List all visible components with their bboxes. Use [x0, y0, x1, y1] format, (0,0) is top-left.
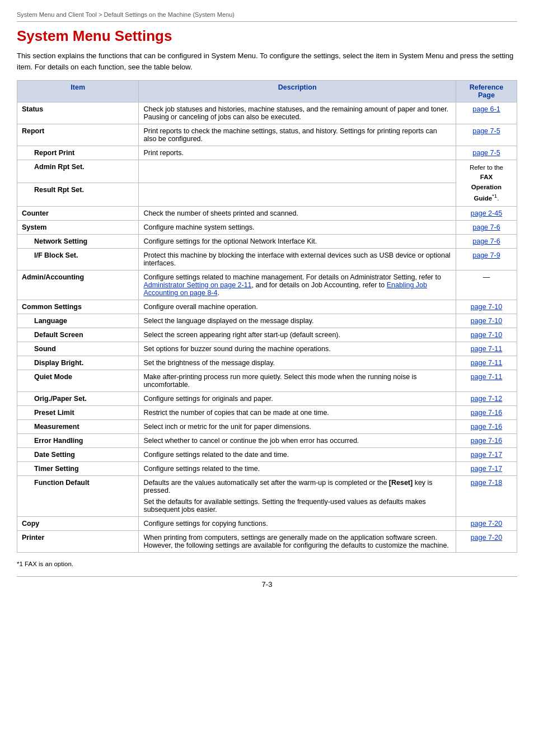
reference-cell: page 7-16: [456, 433, 517, 447]
item-cell: Report Print: [17, 146, 139, 160]
breadcrumb: System Menu and Client Tool > Default Se…: [17, 11, 517, 22]
item-cell: Network Setting: [17, 234, 139, 248]
table-row: MeasurementSelect inch or metric for the…: [17, 419, 517, 433]
item-cell: Sound: [17, 342, 139, 356]
description-cell: Select the language displayed on the mes…: [139, 314, 456, 328]
description-cell: Print reports to check the machine setti…: [139, 124, 456, 146]
table-row: Network SettingConfigure settings for th…: [17, 234, 517, 248]
item-cell: Measurement: [17, 419, 139, 433]
description-cell: Select inch or metric for the unit for p…: [139, 419, 456, 433]
description-cell: Set options for buzzer sound during the …: [139, 342, 456, 356]
reference-cell: page 7-6: [456, 234, 517, 248]
description-cell: Configure machine system settings.: [139, 220, 456, 234]
reference-cell: page 7-16: [456, 419, 517, 433]
header-reference: Reference Page: [456, 81, 517, 102]
item-cell: Function Default: [17, 475, 139, 516]
table-row: Display Bright.Set the brightness of the…: [17, 356, 517, 370]
description-cell: [139, 160, 456, 183]
intro-text: This section explains the functions that…: [17, 50, 517, 72]
reference-cell: page 7-5: [456, 146, 517, 160]
item-cell: Result Rpt Set.: [17, 183, 139, 206]
description-cell: Configure settings related to the time.: [139, 461, 456, 475]
reference-cell: page 7-10: [456, 314, 517, 328]
description-cell: Protect this machine by blocking the int…: [139, 248, 456, 270]
item-cell: Language: [17, 314, 139, 328]
description-cell: When printing from computers, settings a…: [139, 530, 456, 552]
table-row: CopyConfigure settings for copying funct…: [17, 516, 517, 530]
header-description: Description: [139, 81, 456, 102]
item-cell: Admin/Accounting: [17, 270, 139, 300]
item-cell: Default Screen: [17, 328, 139, 342]
table-row: Function DefaultDefaults are the values …: [17, 475, 517, 516]
item-cell: System: [17, 220, 139, 234]
reference-cell: page 7-6: [456, 220, 517, 234]
reference-cell: page 7-5: [456, 124, 517, 146]
item-cell: Preset Limit: [17, 405, 139, 419]
item-cell: Counter: [17, 206, 139, 220]
description-cell: Configure settings for originals and pap…: [139, 391, 456, 405]
reference-cell: page 7-20: [456, 516, 517, 530]
reference-cell: page 7-11: [456, 356, 517, 370]
table-row: Error HandlingSelect whether to cancel o…: [17, 433, 517, 447]
table-row: SoundSet options for buzzer sound during…: [17, 342, 517, 356]
description-cell: Configure overall machine operation.: [139, 300, 456, 314]
reference-cell: page 7-18: [456, 475, 517, 516]
table-row: Orig./Paper Set.Configure settings for o…: [17, 391, 517, 405]
reference-cell: page 7-11: [456, 370, 517, 391]
table-row: Preset LimitRestrict the number of copie…: [17, 405, 517, 419]
footnote: *1 FAX is an option.: [17, 561, 517, 567]
table-row: Timer SettingConfigure settings related …: [17, 461, 517, 475]
settings-table: Item Description Reference Page StatusCh…: [17, 80, 517, 553]
item-cell: Display Bright.: [17, 356, 139, 370]
reference-cell: Refer to theFAXOperationGuide*1.: [456, 160, 517, 207]
table-row: Common SettingsConfigure overall machine…: [17, 300, 517, 314]
item-cell: Orig./Paper Set.: [17, 391, 139, 405]
item-cell: I/F Block Set.: [17, 248, 139, 270]
reference-cell: page 7-10: [456, 300, 517, 314]
reference-cell: page 7-12: [456, 391, 517, 405]
reference-cell: page 7-9: [456, 248, 517, 270]
table-row: Default ScreenSelect the screen appearin…: [17, 328, 517, 342]
reference-cell: page 7-16: [456, 405, 517, 419]
description-cell: Select the screen appearing right after …: [139, 328, 456, 342]
table-row: I/F Block Set.Protect this machine by bl…: [17, 248, 517, 270]
description-cell: Set the brightness of the message displa…: [139, 356, 456, 370]
reference-cell: page 7-17: [456, 447, 517, 461]
item-cell: Common Settings: [17, 300, 139, 314]
item-cell: Admin Rpt Set.: [17, 160, 139, 183]
description-cell: Restrict the number of copies that can b…: [139, 405, 456, 419]
reference-cell: page 2-45: [456, 206, 517, 220]
table-row: LanguageSelect the language displayed on…: [17, 314, 517, 328]
item-cell: Error Handling: [17, 433, 139, 447]
description-cell: Check the number of sheets printed and s…: [139, 206, 456, 220]
table-row: CounterCheck the number of sheets printe…: [17, 206, 517, 220]
reference-cell: page 7-20: [456, 530, 517, 552]
description-cell: Select whether to cancel or continue the…: [139, 433, 456, 447]
table-row: Admin/AccountingConfigure settings relat…: [17, 270, 517, 300]
reference-cell: page 6-1: [456, 102, 517, 124]
reference-cell: —: [456, 270, 517, 300]
description-cell: Configure settings for the optional Netw…: [139, 234, 456, 248]
reference-cell: page 7-11: [456, 342, 517, 356]
item-cell: Report: [17, 124, 139, 146]
table-row: Date SettingConfigure settings related t…: [17, 447, 517, 461]
item-cell: Timer Setting: [17, 461, 139, 475]
reference-cell: page 7-10: [456, 328, 517, 342]
table-row: ReportPrint reports to check the machine…: [17, 124, 517, 146]
table-row: Admin Rpt Set.Refer to theFAXOperationGu…: [17, 160, 517, 183]
description-cell: Configure settings related to the date a…: [139, 447, 456, 461]
table-row: SystemConfigure machine system settings.…: [17, 220, 517, 234]
table-row: StatusCheck job statuses and histories, …: [17, 102, 517, 124]
description-cell: Check job statuses and histories, machin…: [139, 102, 456, 124]
description-cell: [139, 183, 456, 206]
item-cell: Status: [17, 102, 139, 124]
table-row: PrinterWhen printing from computers, set…: [17, 530, 517, 552]
item-cell: Printer: [17, 530, 139, 552]
description-cell: Defaults are the values automatically se…: [139, 475, 456, 516]
table-row: Quiet ModeMake after-printing process ru…: [17, 370, 517, 391]
table-row: Result Rpt Set.: [17, 183, 517, 206]
item-cell: Quiet Mode: [17, 370, 139, 391]
table-row: Report PrintPrint reports.page 7-5: [17, 146, 517, 160]
page-number: 7-3: [17, 576, 517, 589]
description-cell: Make after-printing process run more qui…: [139, 370, 456, 391]
